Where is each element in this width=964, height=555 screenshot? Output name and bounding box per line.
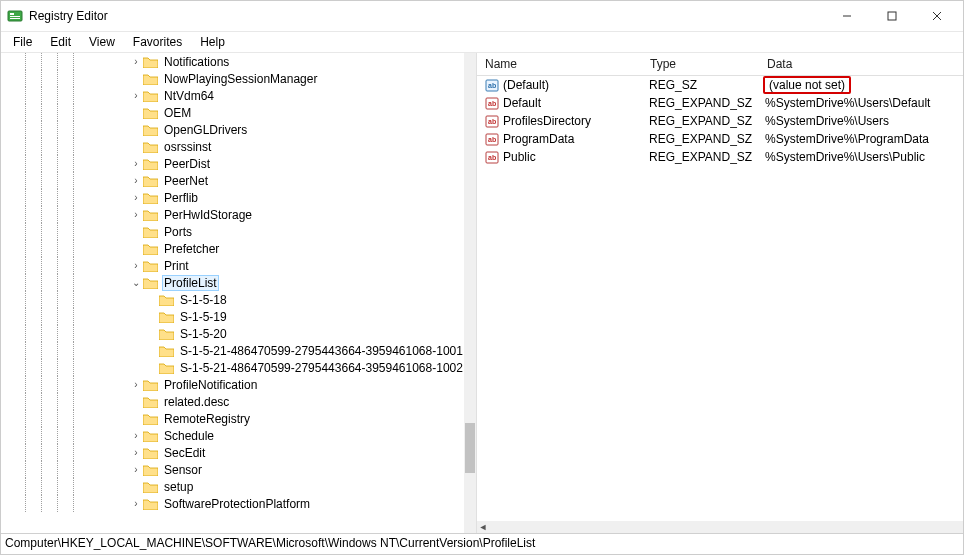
- tree-node[interactable]: S-1-5-20: [1, 325, 464, 342]
- tree-node[interactable]: OEM: [1, 104, 464, 121]
- tree-indent: [97, 121, 113, 138]
- tree-indent: [113, 478, 129, 495]
- header-name[interactable]: Name: [477, 54, 642, 74]
- status-path: Computer\HKEY_LOCAL_MACHINE\SOFTWARE\Mic…: [5, 536, 535, 550]
- tree-indent: [49, 87, 65, 104]
- tree-node[interactable]: ›Schedule: [1, 427, 464, 444]
- tree-node[interactable]: osrssinst: [1, 138, 464, 155]
- value-data: %SystemDrive%\Users\Public: [765, 150, 925, 164]
- tree-indent: [33, 138, 49, 155]
- tree-view[interactable]: ›NotificationsNowPlayingSessionManager›N…: [1, 53, 464, 533]
- value-row[interactable]: ProfilesDirectoryREG_EXPAND_SZ%SystemDri…: [477, 112, 963, 130]
- hscroll-left-icon[interactable]: ◄: [477, 521, 489, 533]
- tree-indent: [97, 478, 113, 495]
- tree-node[interactable]: ⌄ProfileList: [1, 274, 464, 291]
- tree-node[interactable]: S-1-5-19: [1, 308, 464, 325]
- tree-indent: [113, 138, 129, 155]
- tree-node[interactable]: RemoteRegistry: [1, 410, 464, 427]
- tree-expander-icon[interactable]: ›: [129, 158, 143, 169]
- tree-node[interactable]: setup: [1, 478, 464, 495]
- tree-expander-icon[interactable]: ›: [129, 192, 143, 203]
- tree-node[interactable]: ›PeerNet: [1, 172, 464, 189]
- tree-node[interactable]: NowPlayingSessionManager: [1, 70, 464, 87]
- value-data: %SystemDrive%\Users: [765, 114, 889, 128]
- tree-node[interactable]: ›PerHwIdStorage: [1, 206, 464, 223]
- menu-edit[interactable]: Edit: [42, 33, 79, 51]
- minimize-button[interactable]: [824, 2, 869, 30]
- tree-indent: [81, 427, 97, 444]
- folder-icon: [143, 158, 158, 170]
- tree-indent: [113, 359, 129, 376]
- value-row[interactable]: (Default)REG_SZ(value not set): [477, 76, 963, 94]
- tree-expander-icon[interactable]: ›: [129, 175, 143, 186]
- tree-node-label: S-1-5-21-486470599-2795443664-3959461068…: [178, 361, 464, 375]
- tree-expander-icon[interactable]: ⌄: [129, 277, 143, 288]
- tree-node[interactable]: related.desc: [1, 393, 464, 410]
- maximize-button[interactable]: [869, 2, 914, 30]
- tree-indent: [129, 291, 145, 308]
- tree-indent: [65, 121, 81, 138]
- tree-node[interactable]: ›PeerDist: [1, 155, 464, 172]
- value-type: REG_EXPAND_SZ: [649, 114, 752, 128]
- value-row[interactable]: ProgramDataREG_EXPAND_SZ%SystemDrive%\Pr…: [477, 130, 963, 148]
- tree-indent: [1, 308, 17, 325]
- tree-node[interactable]: ›NtVdm64: [1, 87, 464, 104]
- tree-indent: [97, 223, 113, 240]
- tree-indent: [97, 104, 113, 121]
- tree-expander-icon[interactable]: ›: [129, 430, 143, 441]
- tree-node[interactable]: Prefetcher: [1, 240, 464, 257]
- menu-favorites[interactable]: Favorites: [125, 33, 190, 51]
- tree-node[interactable]: ›Sensor: [1, 461, 464, 478]
- folder-icon: [143, 498, 158, 510]
- tree-node[interactable]: OpenGLDrivers: [1, 121, 464, 138]
- tree-expander-icon[interactable]: ›: [129, 464, 143, 475]
- close-button[interactable]: [914, 2, 959, 30]
- tree-node[interactable]: ›Print: [1, 257, 464, 274]
- header-type[interactable]: Type: [642, 54, 759, 74]
- tree-node[interactable]: S-1-5-18: [1, 291, 464, 308]
- value-row[interactable]: PublicREG_EXPAND_SZ%SystemDrive%\Users\P…: [477, 148, 963, 166]
- tree-node[interactable]: ›SecEdit: [1, 444, 464, 461]
- tree-expander-icon[interactable]: ›: [129, 260, 143, 271]
- tree-node-label: ProfileNotification: [162, 378, 259, 392]
- tree-node[interactable]: ›Perflib: [1, 189, 464, 206]
- tree-expander-icon[interactable]: ›: [129, 498, 143, 509]
- tree-expander-icon[interactable]: ›: [129, 56, 143, 67]
- tree-node-label: S-1-5-19: [178, 310, 229, 324]
- tree-node[interactable]: S-1-5-21-486470599-2795443664-3959461068…: [1, 359, 464, 376]
- tree-indent: [65, 223, 81, 240]
- tree-indent: [113, 104, 129, 121]
- values-list[interactable]: (Default)REG_SZ(value not set)DefaultREG…: [477, 76, 963, 521]
- values-hscroll[interactable]: ◄: [477, 521, 963, 533]
- folder-icon: [159, 311, 174, 323]
- tree-expander-icon[interactable]: ›: [129, 379, 143, 390]
- tree-node[interactable]: ›Notifications: [1, 53, 464, 70]
- tree-indent: [1, 240, 17, 257]
- tree-indent: [65, 427, 81, 444]
- tree-indent: [113, 461, 129, 478]
- header-data[interactable]: Data: [759, 54, 963, 74]
- tree-expander-icon[interactable]: ›: [129, 209, 143, 220]
- tree-node[interactable]: ›SoftwareProtectionPlatform: [1, 495, 464, 512]
- reg-string-icon: [485, 78, 499, 92]
- tree-node-label: PeerNet: [162, 174, 210, 188]
- tree-indent: [129, 342, 145, 359]
- tree-expander-icon[interactable]: ›: [129, 447, 143, 458]
- tree-indent: [33, 257, 49, 274]
- menu-view[interactable]: View: [81, 33, 123, 51]
- tree-node[interactable]: Ports: [1, 223, 464, 240]
- tree-scrollbar[interactable]: [464, 53, 476, 533]
- tree-indent: [49, 444, 65, 461]
- tree-node[interactable]: ›ProfileNotification: [1, 376, 464, 393]
- menu-file[interactable]: File: [5, 33, 40, 51]
- value-row[interactable]: DefaultREG_EXPAND_SZ%SystemDrive%\Users\…: [477, 94, 963, 112]
- tree-indent: [17, 308, 33, 325]
- tree-indent: [97, 138, 113, 155]
- tree-node[interactable]: S-1-5-21-486470599-2795443664-3959461068…: [1, 342, 464, 359]
- scrollbar-thumb[interactable]: [465, 423, 475, 473]
- tree-indent: [113, 155, 129, 172]
- tree-expander-icon[interactable]: ›: [129, 90, 143, 101]
- folder-icon: [159, 345, 174, 357]
- menu-help[interactable]: Help: [192, 33, 233, 51]
- tree-indent: [81, 257, 97, 274]
